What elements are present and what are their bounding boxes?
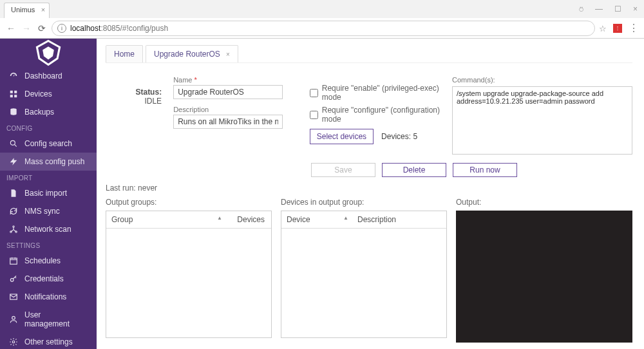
grid-icon	[9, 90, 18, 99]
database-icon	[9, 108, 18, 117]
gauge-icon	[9, 71, 18, 80]
network-icon	[9, 225, 18, 234]
devices-count: Devices: 5	[381, 132, 417, 141]
tab-label: Home	[114, 50, 135, 59]
bolt-icon	[9, 157, 18, 166]
output-groups-label: Output groups:	[106, 198, 272, 207]
search-icon	[9, 139, 18, 148]
sidebar-item-label: Schedules	[24, 256, 61, 265]
sidebar-item-label: NMS sync	[24, 207, 60, 216]
menu-icon[interactable]: ⋮	[629, 25, 639, 32]
svg-point-17	[10, 278, 14, 281]
reload-icon[interactable]: ⟳	[36, 23, 48, 33]
delete-button[interactable]: Delete	[382, 163, 446, 177]
output-console	[456, 211, 632, 343]
browser-chrome: Unimus × ⍥ — ☐ × ← → ⟳ i localhost :8085…	[0, 0, 644, 39]
commands-label: Command(s):	[452, 76, 632, 84]
sidebar-heading-import: IMPORT	[0, 171, 97, 184]
svg-rect-5	[14, 95, 17, 97]
logo	[0, 39, 97, 67]
sidebar-item-devices[interactable]: Devices	[0, 85, 97, 103]
svg-point-19	[12, 316, 15, 319]
sidebar-item-notifications[interactable]: Notifications	[0, 288, 97, 306]
sidebar-item-label: Dashboard	[24, 71, 62, 80]
status-value: IDLE	[106, 97, 162, 106]
window-controls: ⍥ — ☐ ×	[579, 0, 644, 18]
minimize-icon[interactable]: —	[595, 5, 603, 14]
select-devices-button[interactable]: Select devices	[310, 129, 374, 144]
sidebar-item-label: Credentials	[24, 274, 64, 283]
sidebar-item-basic-import[interactable]: Basic import	[0, 184, 97, 202]
sidebar-heading-config: CONFIG	[0, 121, 97, 135]
close-icon[interactable]: ×	[41, 6, 45, 14]
user-icon[interactable]: ⍥	[579, 5, 583, 14]
sidebar-item-label: Devices	[24, 90, 52, 99]
sort-icon: ▲	[343, 215, 348, 221]
run-now-button[interactable]: Run now	[453, 163, 517, 177]
description-input[interactable]	[173, 115, 283, 129]
checkbox-label: Require "configure" (configuration) mode	[322, 106, 440, 124]
sidebar-item-label: User management	[24, 310, 88, 328]
browser-address-bar: ← → ⟳ i localhost :8085/#!config/push ☆ …	[0, 18, 644, 39]
svg-line-8	[14, 144, 16, 146]
maximize-icon[interactable]: ☐	[614, 5, 621, 14]
sidebar-item-network-scan[interactable]: Network scan	[0, 220, 97, 238]
name-input[interactable]	[173, 85, 283, 99]
sidebar: Dashboard Devices Backups CONFIG Config …	[0, 39, 97, 349]
sidebar-item-mass-config-push[interactable]: Mass config push	[0, 153, 97, 171]
column-devices[interactable]: Devices	[226, 211, 271, 228]
status-block: Status: IDLE	[106, 76, 162, 156]
back-icon[interactable]: ←	[5, 23, 17, 33]
sidebar-item-label: Backups	[24, 108, 54, 117]
require-enable-checkbox[interactable]: Require "enable" (privileged-exec) mode	[310, 84, 440, 102]
tab-home[interactable]: Home	[106, 45, 143, 62]
sidebar-item-config-search[interactable]: Config search	[0, 135, 97, 153]
devices-in-group-label: Devices in output group:	[281, 198, 447, 207]
sidebar-item-schedules[interactable]: Schedules	[0, 252, 97, 270]
sidebar-item-nms-sync[interactable]: NMS sync	[0, 202, 97, 220]
file-icon	[9, 189, 18, 198]
calendar-icon	[9, 256, 18, 265]
column-device[interactable]: Device▲	[281, 211, 352, 228]
svg-rect-3	[14, 91, 17, 93]
key-icon	[9, 274, 18, 283]
column-description[interactable]: Description	[352, 211, 446, 228]
sidebar-item-label: Basic import	[24, 189, 67, 198]
sync-icon	[9, 207, 18, 216]
sidebar-item-other-settings[interactable]: Other settings	[0, 333, 97, 349]
svg-point-10	[13, 226, 14, 227]
sort-icon: ▲	[217, 215, 222, 221]
tab-label: Upgrade RouterOS	[154, 50, 220, 59]
svg-point-20	[12, 341, 15, 343]
sidebar-item-label: Notifications	[24, 292, 66, 301]
mail-icon	[9, 292, 18, 301]
commands-textarea[interactable]	[452, 86, 632, 155]
site-info-icon[interactable]: i	[57, 24, 66, 33]
star-icon[interactable]: ☆	[599, 24, 607, 33]
svg-rect-13	[10, 258, 17, 264]
page-tabs: Home Upgrade RouterOS ×	[106, 45, 632, 63]
require-configure-checkbox[interactable]: Require "configure" (configuration) mode	[310, 106, 440, 124]
svg-marker-9	[10, 158, 17, 165]
sidebar-item-label: Network scan	[24, 225, 71, 234]
url-host: localhost	[70, 24, 100, 33]
extension-icon[interactable]: ⋮	[613, 24, 622, 33]
description-label: Description	[173, 106, 298, 113]
sidebar-item-credentials[interactable]: Credentials	[0, 270, 97, 288]
column-group[interactable]: Group▲	[106, 211, 226, 228]
url-input[interactable]: i localhost :8085/#!config/push	[52, 21, 595, 36]
sidebar-item-label: Other settings	[24, 337, 73, 346]
tab-upgrade-routeros[interactable]: Upgrade RouterOS ×	[146, 45, 238, 62]
last-run: Last run: never	[106, 184, 632, 193]
sidebar-item-backups[interactable]: Backups	[0, 103, 97, 121]
close-window-icon[interactable]: ×	[633, 5, 638, 14]
checkbox[interactable]	[310, 111, 318, 119]
browser-tab[interactable]: Unimus ×	[4, 3, 50, 18]
status-label: Status:	[106, 88, 162, 97]
sidebar-item-dashboard[interactable]: Dashboard	[0, 67, 97, 85]
checkbox[interactable]	[310, 89, 318, 97]
close-icon[interactable]: ×	[226, 51, 230, 58]
checkbox-label: Require "enable" (privileged-exec) mode	[322, 84, 440, 102]
sidebar-item-user-management[interactable]: User management	[0, 306, 97, 333]
user-icon	[9, 315, 18, 324]
